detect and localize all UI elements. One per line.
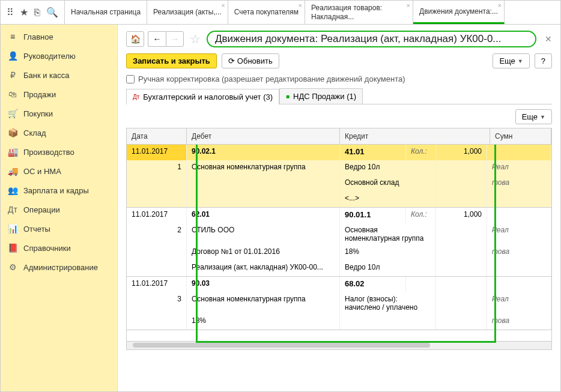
- manual-edit-label: Ручная корректировка (разрешает редактир…: [138, 74, 405, 83]
- col-debit[interactable]: Дебет: [187, 128, 340, 144]
- top-tab-label: Счета покупателям: [234, 8, 299, 16]
- sidebar-label: Продажи: [23, 90, 56, 99]
- top-tab-1[interactable]: Реализация (акты,...×: [147, 1, 228, 24]
- sidebar-item-5[interactable]: 📦Склад: [1, 123, 117, 142]
- inner-tab-label: НДС Продажи (1): [293, 92, 356, 101]
- inner-tab-1[interactable]: ■НДС Продажи (1): [279, 88, 363, 104]
- close-doc-icon[interactable]: ✕: [545, 34, 552, 44]
- cell-credit-line: Ведро 10л: [340, 261, 436, 276]
- sidebar-item-8[interactable]: 👥Зарплата и кадры: [1, 181, 117, 200]
- cell-debit-line: 18%: [187, 314, 340, 330]
- cell-debit-line: Основная номенклатурная группа: [187, 292, 340, 314]
- cell-sum-text: това: [487, 245, 551, 261]
- tab-close-icon[interactable]: ×: [299, 2, 302, 9]
- favorites-icon[interactable]: ★: [20, 7, 28, 18]
- table-row[interactable]: 11.01.201790.0368.023Основная номенклату…: [127, 277, 551, 330]
- tab-close-icon[interactable]: ×: [498, 2, 502, 9]
- sidebar-item-7[interactable]: 🚚ОС и НМА: [1, 161, 117, 181]
- more-button[interactable]: Еще ▼: [493, 53, 529, 68]
- top-tab-label: Движения документа:...: [419, 7, 498, 16]
- sidebar-label: Операции: [23, 205, 60, 214]
- refresh-button[interactable]: ⟳ Обновить: [222, 53, 279, 68]
- sidebar-label: Зарплата и кадры: [23, 186, 89, 195]
- caret-down-icon: ▼: [540, 114, 545, 120]
- col-sum[interactable]: Сумн: [490, 128, 551, 144]
- top-tab-0[interactable]: Начальная страница: [65, 1, 147, 24]
- cell-debit-line: Договор №1 от 01.01.2016: [187, 245, 340, 261]
- sidebar-label: Руководителю: [23, 52, 76, 61]
- sidebar-icon: ≡: [8, 32, 17, 41]
- cell-debit-line: [187, 191, 340, 207]
- sidebar-icon: ⚙: [8, 262, 17, 272]
- tab-close-icon[interactable]: ×: [221, 2, 225, 9]
- cell-qty: [436, 277, 487, 292]
- doc-title-highlight: Движения документа: Реализация (акт, нак…: [207, 31, 536, 47]
- table-row[interactable]: 11.01.201762.0190.01.1Кол.:1,0002СТИЛЬ О…: [127, 208, 551, 277]
- search-icon[interactable]: 🔍: [46, 7, 58, 18]
- cell-debit-line: [187, 176, 340, 191]
- sidebar-item-3[interactable]: 🛍Продажи: [1, 85, 117, 104]
- manual-edit-checkbox[interactable]: [126, 75, 135, 83]
- scroll-thumb[interactable]: [133, 343, 430, 348]
- cell-credit-line: 18%: [340, 245, 436, 261]
- sidebar-label: Администрирование: [23, 263, 98, 272]
- cell-sum-text: това: [487, 314, 551, 330]
- manual-edit-row: Ручная корректировка (разрешает редактир…: [126, 74, 552, 83]
- sidebar-item-1[interactable]: 👤Руководителю: [1, 46, 117, 65]
- sidebar-item-10[interactable]: 📊Отчеты: [1, 219, 117, 238]
- tab-icon: ■: [286, 93, 290, 100]
- sidebar-label: Отчеты: [23, 225, 50, 234]
- sidebar-item-2[interactable]: ₽Банк и касса: [1, 65, 117, 85]
- top-tab-4[interactable]: Движения документа:...×: [413, 1, 505, 24]
- cell-row-num: 1: [127, 160, 187, 176]
- cell-credit-line: Ведро 10л: [340, 160, 436, 176]
- cell-debit-line: СТИЛЬ ООО: [187, 223, 340, 245]
- save-close-button[interactable]: Записать и закрыть: [126, 53, 217, 68]
- cell-debit-acc: 90.02.1: [187, 145, 340, 160]
- cell-debit-line: Реализация (акт, накладная) УК00-00...: [187, 261, 340, 276]
- back-button[interactable]: ←: [148, 31, 166, 47]
- cell-debit-acc: 62.01: [187, 208, 340, 223]
- sidebar-item-0[interactable]: ≡Главное: [1, 27, 117, 46]
- cell-sum: [487, 208, 551, 223]
- help-button[interactable]: ?: [535, 53, 552, 68]
- sidebar-label: Склад: [23, 128, 46, 137]
- col-credit[interactable]: Кредит: [340, 128, 490, 144]
- cell-sum-text: Реал: [487, 292, 551, 314]
- inner-tabs: ДтБухгалтерский и налоговый учет (3)■НДС…: [126, 88, 552, 104]
- caret-down-icon: ▼: [518, 58, 523, 64]
- cell-row-num: 2: [127, 223, 187, 245]
- cell-sum: [487, 145, 551, 160]
- top-bar: ⠿ ★ ⎘ 🔍 Начальная страницаРеализация (ак…: [1, 1, 560, 25]
- sidebar-icon: 🚚: [8, 166, 17, 176]
- cell-sum-text: Реал: [487, 160, 551, 176]
- tab-close-icon[interactable]: ×: [407, 2, 410, 9]
- top-tab-2[interactable]: Счета покупателям×: [228, 1, 305, 24]
- clipboard-icon[interactable]: ⎘: [34, 7, 40, 18]
- cell-credit-acc: 41.01: [340, 145, 406, 160]
- sidebar-item-6[interactable]: 🏭Производство: [1, 142, 117, 161]
- h-scrollbar[interactable]: [127, 341, 551, 349]
- grid-more-button[interactable]: Еще ▼: [515, 109, 552, 124]
- col-date[interactable]: Дата: [127, 128, 187, 144]
- home-button[interactable]: 🏠: [126, 31, 144, 47]
- cell-credit-acc: 68.02: [340, 277, 406, 292]
- sidebar-item-4[interactable]: 🛒Покупки: [1, 104, 117, 123]
- top-tab-label: Реализация товаров: Накладная...: [311, 4, 407, 21]
- cell-sum: [487, 277, 551, 292]
- apps-icon[interactable]: ⠿: [7, 7, 14, 18]
- sidebar-icon: 👥: [8, 185, 17, 195]
- sidebar-label: Покупки: [23, 109, 53, 118]
- cell-qty-label: Кол.:: [406, 145, 436, 160]
- sidebar-icon: 📊: [8, 224, 17, 234]
- sidebar-item-9[interactable]: ДтОперации: [1, 200, 117, 219]
- star-icon[interactable]: ☆: [190, 32, 201, 46]
- sidebar-item-12[interactable]: ⚙Администрирование: [1, 258, 117, 277]
- cell-date: 11.01.2017: [127, 208, 187, 223]
- top-tabs: Начальная страницаРеализация (акты,...×С…: [65, 1, 560, 24]
- table-row[interactable]: 11.01.201790.02.141.01Кол.:1,0001Основна…: [127, 145, 551, 208]
- forward-button[interactable]: →: [166, 31, 184, 47]
- sidebar-item-11[interactable]: 📕Справочники: [1, 238, 117, 258]
- top-tab-3[interactable]: Реализация товаров: Накладная...×: [305, 1, 413, 24]
- inner-tab-0[interactable]: ДтБухгалтерский и налоговый учет (3): [126, 89, 279, 104]
